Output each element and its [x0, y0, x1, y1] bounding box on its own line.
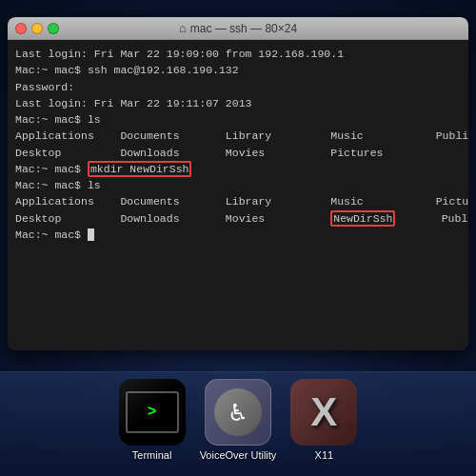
title-icon: ⌂ [179, 21, 187, 35]
terminal-line-newdir: Desktop Downloads Movies NewDirSsh Publi… [15, 210, 461, 227]
terminal-line: Desktop Downloads Movies Pictures [15, 145, 461, 161]
dock: > Terminal ♿ VoiceOver Utility X X11 [0, 371, 476, 476]
terminal-window: ⌂ mac — ssh — 80×24 Last login: Fri Mar … [8, 17, 468, 350]
minimize-button[interactable] [31, 23, 43, 34]
terminal-line: Mac:~ mac$ ls [15, 177, 461, 193]
terminal-screen-content: > [148, 404, 157, 421]
terminal-line: Mac:~ mac$ ssh mac@192.168.190.132 [15, 62, 461, 78]
dock-item-terminal[interactable]: > Terminal [119, 379, 186, 461]
voiceover-circle: ♿ [214, 388, 262, 436]
title-bar: ⌂ mac — ssh — 80×24 [8, 17, 468, 40]
mkdir-command-highlight: mkdir NewDirSsh [88, 161, 192, 177]
desktop: ⌂ mac — ssh — 80×24 Last login: Fri Mar … [0, 0, 476, 476]
cursor [88, 228, 94, 241]
terminal-line: Password: [15, 79, 461, 95]
terminal-prompt-line: Mac:~ mac$ [15, 227, 461, 243]
voiceover-dock-icon[interactable]: ♿ [205, 379, 271, 446]
window-title: ⌂ mac — ssh — 80×24 [179, 21, 297, 35]
x11-letter: X [310, 389, 337, 435]
terminal-line: Applications Documents Library Music Pub… [15, 128, 461, 144]
terminal-line: Mac:~ mac$ ls [15, 111, 461, 128]
x11-dock-icon[interactable]: X [290, 379, 357, 446]
terminal-line: Applications Documents Library Music Pic… [15, 193, 461, 209]
newdirssh-highlight: NewDirSsh [330, 210, 395, 227]
terminal-dock-label: Terminal [132, 449, 172, 461]
x11-dock-label: X11 [315, 449, 334, 461]
dock-item-voiceover[interactable]: ♿ VoiceOver Utility [200, 379, 277, 461]
terminal-line: Last login: Fri Mar 22 19:09:00 from 192… [15, 46, 461, 62]
close-button[interactable] [15, 23, 27, 34]
terminal-screen: > [126, 391, 179, 433]
dock-item-x11[interactable]: X X11 [290, 379, 357, 461]
terminal-line-mkdir: Mac:~ mac$ mkdir NewDirSsh [15, 161, 461, 177]
traffic-lights [15, 23, 59, 34]
terminal-line: Last login: Fri Mar 22 19:11:07 2013 [15, 95, 461, 111]
terminal-body[interactable]: Last login: Fri Mar 22 19:09:00 from 192… [8, 40, 468, 350]
terminal-dock-icon[interactable]: > [119, 379, 186, 446]
maximize-button[interactable] [48, 23, 59, 34]
voiceover-dock-label: VoiceOver Utility [200, 449, 277, 461]
